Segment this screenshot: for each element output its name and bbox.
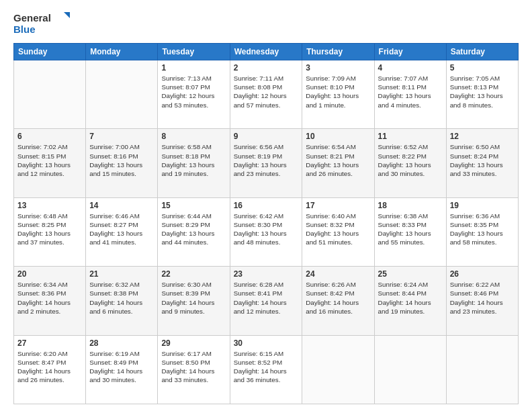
day-number: 2 [234, 63, 299, 73]
day-info: Sunrise: 6:30 AMSunset: 8:39 PMDaylight:… [161, 280, 226, 316]
day-info: Sunrise: 6:52 AMSunset: 8:22 PMDaylight:… [378, 142, 443, 178]
day-number: 22 [161, 269, 226, 279]
day-cell: 17Sunrise: 6:40 AMSunset: 8:32 PMDayligh… [302, 197, 374, 266]
day-info: Sunrise: 6:54 AMSunset: 8:21 PMDaylight:… [306, 142, 370, 178]
day-cell: 5Sunrise: 7:05 AMSunset: 8:13 PMDaylight… [446, 60, 518, 129]
day-info: Sunrise: 6:50 AMSunset: 8:24 PMDaylight:… [450, 142, 515, 178]
calendar-table: SundayMondayTuesdayWednesdayThursdayFrid… [13, 43, 519, 404]
day-info: Sunrise: 6:28 AMSunset: 8:41 PMDaylight:… [234, 280, 299, 316]
day-info: Sunrise: 7:05 AMSunset: 8:13 PMDaylight:… [450, 74, 515, 109]
day-info: Sunrise: 6:20 AMSunset: 8:47 PMDaylight:… [17, 349, 82, 385]
header-tuesday: Tuesday [158, 44, 230, 60]
day-info: Sunrise: 6:17 AMSunset: 8:50 PMDaylight:… [161, 349, 226, 385]
day-cell: 2Sunrise: 7:11 AMSunset: 8:08 PMDaylight… [230, 60, 302, 129]
logo-text: General Blue [13, 11, 74, 36]
svg-text:General: General [13, 12, 51, 24]
day-cell: 8Sunrise: 6:58 AMSunset: 8:18 PMDaylight… [158, 129, 230, 197]
day-number: 10 [306, 132, 370, 141]
day-cell: 21Sunrise: 6:32 AMSunset: 8:38 PMDayligh… [86, 267, 158, 335]
day-number: 23 [234, 269, 299, 279]
day-number: 13 [17, 201, 82, 210]
day-number: 3 [306, 63, 370, 73]
day-info: Sunrise: 7:13 AMSunset: 8:07 PMDaylight:… [161, 74, 226, 109]
day-info: Sunrise: 6:24 AMSunset: 8:44 PMDaylight:… [378, 280, 443, 316]
day-cell: 24Sunrise: 6:26 AMSunset: 8:42 PMDayligh… [302, 267, 374, 335]
day-info: Sunrise: 6:40 AMSunset: 8:32 PMDaylight:… [306, 212, 370, 247]
day-number: 19 [450, 201, 515, 210]
header-thursday: Thursday [302, 44, 374, 60]
day-number: 4 [378, 63, 443, 73]
day-cell: 30Sunrise: 6:15 AMSunset: 8:52 PMDayligh… [230, 335, 302, 404]
week-row-4: 20Sunrise: 6:34 AMSunset: 8:36 PMDayligh… [14, 267, 519, 335]
svg-text:Blue: Blue [13, 24, 36, 35]
header-monday: Monday [86, 44, 158, 60]
day-cell: 20Sunrise: 6:34 AMSunset: 8:36 PMDayligh… [14, 267, 86, 335]
day-cell: 26Sunrise: 6:22 AMSunset: 8:46 PMDayligh… [446, 267, 518, 335]
day-cell: 11Sunrise: 6:52 AMSunset: 8:22 PMDayligh… [374, 129, 446, 197]
day-info: Sunrise: 7:09 AMSunset: 8:10 PMDaylight:… [306, 74, 370, 109]
day-cell: 6Sunrise: 7:02 AMSunset: 8:15 PMDaylight… [14, 129, 86, 197]
day-number: 25 [378, 269, 443, 279]
calendar-page: General Blue SundayMondayTuesdayWednesda… [0, 0, 532, 411]
day-number: 7 [89, 132, 154, 141]
day-cell: 9Sunrise: 6:56 AMSunset: 8:19 PMDaylight… [230, 129, 302, 197]
day-cell: 27Sunrise: 6:20 AMSunset: 8:47 PMDayligh… [14, 335, 86, 404]
day-cell [302, 335, 374, 404]
day-number: 18 [378, 201, 443, 210]
week-row-3: 13Sunrise: 6:48 AMSunset: 8:25 PMDayligh… [14, 197, 519, 266]
day-number: 1 [161, 63, 226, 73]
header-saturday: Saturday [446, 44, 518, 60]
day-cell: 23Sunrise: 6:28 AMSunset: 8:41 PMDayligh… [230, 267, 302, 335]
header-friday: Friday [374, 44, 446, 60]
day-number: 12 [450, 132, 515, 141]
day-number: 20 [17, 269, 82, 279]
day-info: Sunrise: 7:11 AMSunset: 8:08 PMDaylight:… [234, 74, 299, 109]
day-cell: 10Sunrise: 6:54 AMSunset: 8:21 PMDayligh… [302, 129, 374, 197]
week-row-2: 6Sunrise: 7:02 AMSunset: 8:15 PMDaylight… [14, 129, 519, 197]
day-info: Sunrise: 6:36 AMSunset: 8:35 PMDaylight:… [450, 212, 515, 247]
svg-marker-2 [64, 12, 70, 18]
week-row-1: 1Sunrise: 7:13 AMSunset: 8:07 PMDaylight… [14, 60, 519, 129]
day-info: Sunrise: 6:22 AMSunset: 8:46 PMDaylight:… [450, 280, 515, 316]
day-number: 30 [234, 338, 299, 348]
day-cell: 13Sunrise: 6:48 AMSunset: 8:25 PMDayligh… [14, 197, 86, 266]
day-cell: 7Sunrise: 7:00 AMSunset: 8:16 PMDaylight… [86, 129, 158, 197]
day-cell: 16Sunrise: 6:42 AMSunset: 8:30 PMDayligh… [230, 197, 302, 266]
day-info: Sunrise: 6:56 AMSunset: 8:19 PMDaylight:… [234, 142, 299, 178]
logo: General Blue [13, 11, 74, 36]
calendar-header-row: SundayMondayTuesdayWednesdayThursdayFrid… [14, 44, 519, 60]
day-cell: 22Sunrise: 6:30 AMSunset: 8:39 PMDayligh… [158, 267, 230, 335]
day-cell [86, 60, 158, 129]
day-info: Sunrise: 6:15 AMSunset: 8:52 PMDaylight:… [234, 349, 299, 385]
day-number: 27 [17, 338, 82, 348]
day-cell: 25Sunrise: 6:24 AMSunset: 8:44 PMDayligh… [374, 267, 446, 335]
day-cell: 29Sunrise: 6:17 AMSunset: 8:50 PMDayligh… [158, 335, 230, 404]
day-cell [374, 335, 446, 404]
day-info: Sunrise: 7:00 AMSunset: 8:16 PMDaylight:… [89, 142, 154, 178]
day-cell: 14Sunrise: 6:46 AMSunset: 8:27 PMDayligh… [86, 197, 158, 266]
day-info: Sunrise: 6:44 AMSunset: 8:29 PMDaylight:… [161, 212, 226, 247]
logo-svg: General Blue [13, 11, 74, 36]
header: General Blue [13, 11, 519, 36]
day-info: Sunrise: 6:38 AMSunset: 8:33 PMDaylight:… [378, 212, 443, 247]
day-number: 21 [89, 269, 154, 279]
header-wednesday: Wednesday [230, 44, 302, 60]
day-info: Sunrise: 6:48 AMSunset: 8:25 PMDaylight:… [17, 212, 82, 247]
day-info: Sunrise: 6:32 AMSunset: 8:38 PMDaylight:… [89, 280, 154, 316]
day-number: 9 [234, 132, 299, 141]
day-cell [14, 60, 86, 129]
day-cell [446, 335, 518, 404]
day-info: Sunrise: 7:02 AMSunset: 8:15 PMDaylight:… [17, 142, 82, 178]
day-cell: 28Sunrise: 6:19 AMSunset: 8:49 PMDayligh… [86, 335, 158, 404]
day-cell: 19Sunrise: 6:36 AMSunset: 8:35 PMDayligh… [446, 197, 518, 266]
day-number: 24 [306, 269, 370, 279]
day-number: 29 [161, 338, 226, 348]
day-number: 26 [450, 269, 515, 279]
day-cell: 3Sunrise: 7:09 AMSunset: 8:10 PMDaylight… [302, 60, 374, 129]
day-number: 17 [306, 201, 370, 210]
day-number: 11 [378, 132, 443, 141]
day-info: Sunrise: 7:07 AMSunset: 8:11 PMDaylight:… [378, 74, 443, 109]
header-sunday: Sunday [14, 44, 86, 60]
day-number: 14 [89, 201, 154, 210]
day-cell: 12Sunrise: 6:50 AMSunset: 8:24 PMDayligh… [446, 129, 518, 197]
